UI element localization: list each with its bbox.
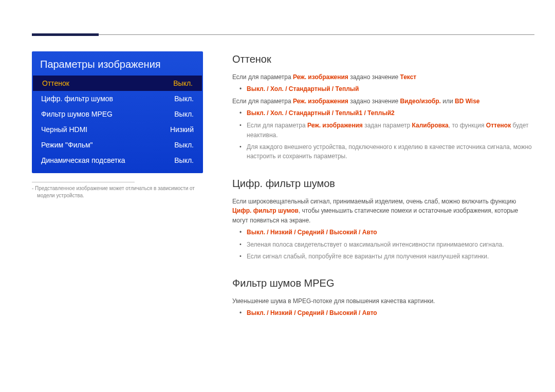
tint-note-2: Для каждого внешнего устройства, подключ…: [232, 142, 532, 161]
content-area: Оттенок Если для параметра Реж. изображе…: [232, 51, 532, 321]
menu-item-dynamic-backlight[interactable]: Динамическая подсветка Выкл.: [32, 153, 203, 168]
tint-note-1: Если для параметра Реж. изображения зада…: [232, 121, 532, 140]
menu-item-value: Выкл.: [174, 156, 194, 164]
menu-item-label: Цифр. фильтр шумов: [41, 95, 113, 103]
tint-paragraph-1: Если для параметра Реж. изображения зада…: [232, 72, 532, 82]
menu-item-value: Выкл.: [174, 141, 194, 149]
dnf-note-1: Зеленая полоса свидетельствует о максима…: [232, 240, 532, 250]
heading-tint: Оттенок: [232, 51, 532, 67]
heading-mpeg-noise-filter: Фильтр шумов MPEG: [232, 275, 532, 291]
tint-options-2: Выкл. / Хол. / Стандартный / Теплый1 / Т…: [232, 108, 532, 118]
menu-item-mpeg-noise-filter[interactable]: Фильтр шумов MPEG Выкл.: [32, 106, 203, 122]
header-rule: [32, 34, 534, 35]
menu-title: Параметры изображения: [32, 51, 203, 76]
menu-item-value: Выкл.: [174, 95, 194, 103]
settings-menu-panel: Параметры изображения Оттенок Выкл. Цифр…: [32, 51, 203, 173]
menu-item-value: Выкл.: [173, 79, 193, 87]
menu-item-label: Режим "Фильм": [41, 141, 93, 149]
menu-item-tint[interactable]: Оттенок Выкл.: [33, 76, 202, 91]
menu-item-label: Динамическая подсветка: [41, 156, 125, 164]
menu-item-black-hdmi[interactable]: Черный HDMI Низкий: [32, 122, 203, 137]
menu-item-label: Черный HDMI: [41, 125, 87, 134]
heading-digital-noise-filter: Цифр. фильтр шумов: [232, 176, 532, 192]
footnote-rule: [32, 182, 135, 182]
menu-item-label: Оттенок: [42, 79, 69, 87]
dnf-options: Выкл. / Низкий / Средний / Высокий / Авт…: [232, 228, 532, 237]
mpeg-options: Выкл. / Низкий / Средний / Высокий / Авт…: [232, 308, 532, 318]
menu-item-label: Фильтр шумов MPEG: [41, 110, 113, 118]
mpeg-paragraph: Уменьшение шума в MPEG-потоке для повыше…: [232, 296, 532, 306]
menu-item-film-mode[interactable]: Режим "Фильм" Выкл.: [32, 137, 203, 153]
dnf-note-2: Если сигнал слабый, попробуйте все вариа…: [232, 252, 532, 262]
menu-item-value: Выкл.: [174, 110, 194, 118]
tint-options-1: Выкл. / Хол. / Стандартный / Теплый: [232, 84, 532, 94]
menu-item-digital-noise-filter[interactable]: Цифр. фильтр шумов Выкл.: [32, 91, 203, 106]
menu-item-value: Низкий: [170, 125, 194, 134]
tint-paragraph-2: Если для параметра Реж. изображения зада…: [232, 97, 532, 106]
footnote-text: Представленное изображение может отличат…: [32, 185, 203, 199]
dnf-paragraph: Если широковещательный сигнал, принимаем…: [232, 197, 532, 226]
